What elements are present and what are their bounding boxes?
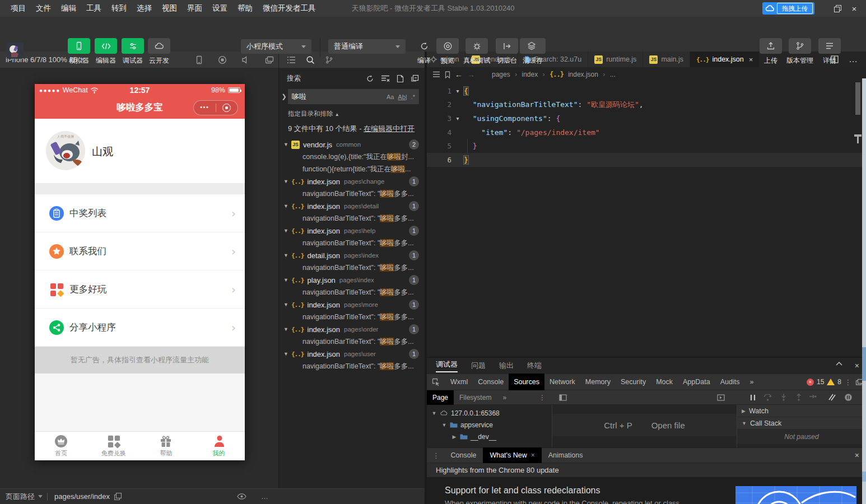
tab-free-exchange[interactable]: 免费兑换 [87, 432, 140, 460]
breadcrumb-item[interactable]: index [522, 71, 538, 78]
clear-cache-button[interactable]: 清缓存 [519, 38, 547, 66]
tab-terminal[interactable]: 终端 [527, 361, 542, 371]
tab-security[interactable]: Security [616, 374, 651, 390]
tab-runtime-js[interactable]: JSruntime.js [588, 52, 643, 67]
step-into-icon[interactable] [780, 394, 787, 401]
watch-section[interactable]: ▶Watch [737, 405, 866, 417]
more-tabs-icon[interactable]: » [744, 374, 758, 390]
tab-sources[interactable]: Sources [509, 374, 544, 390]
search-match[interactable]: function(){return{title:"我正在哆啦... [279, 163, 425, 175]
open-in-editor-link[interactable]: 在编辑器中打开 [364, 124, 415, 133]
search-match[interactable]: navigationBarTitleText": "哆啦多多... [279, 360, 425, 372]
detail-button[interactable]: 详情 [817, 38, 842, 66]
tree-item-appservice[interactable]: ▼ appservice [427, 419, 552, 431]
tab-help[interactable]: 帮助 [140, 432, 193, 460]
expand-replace-icon[interactable]: ❯ [280, 93, 288, 100]
search-match[interactable]: navigationBarTitleText": "哆啦多多... [279, 286, 425, 298]
tab-appdata[interactable]: AppData [678, 374, 715, 390]
search-result-file[interactable]: ▼{..} detail.jsonpages\index 1 [279, 249, 425, 262]
tab-whats-new[interactable]: What's New× [483, 447, 541, 463]
search-match[interactable]: navigationBarTitleText": "哆啦多多... [279, 335, 425, 348]
compile-mode-select[interactable]: 普通编译 [328, 39, 406, 54]
copy-icon[interactable] [114, 493, 122, 500]
editor-scrollbar[interactable] [855, 82, 860, 115]
article-title[interactable]: Support for let and class redeclarations [445, 486, 600, 496]
search-match[interactable]: navigationBarTitleText": "哆啦多多... [279, 188, 425, 200]
menu-help[interactable]: 帮助 [232, 3, 258, 13]
menu-file[interactable]: 文件 [31, 3, 56, 13]
refresh-icon[interactable] [366, 74, 374, 83]
breadcrumb-item[interactable]: ... [610, 71, 616, 78]
whole-word-toggle[interactable]: Ab| [398, 94, 407, 100]
tab-home[interactable]: 首页 [35, 432, 87, 460]
eye-icon[interactable] [237, 493, 246, 500]
tab-mock[interactable]: Mock [651, 374, 678, 390]
regex-toggle[interactable]: .* [411, 94, 415, 100]
callstack-section[interactable]: ▼Call Stack [737, 417, 866, 430]
menu-item-contact-us[interactable]: 联系我们 › [35, 232, 245, 270]
tab-output[interactable]: 输出 [499, 361, 514, 371]
show-sidebar-icon[interactable] [717, 394, 725, 401]
toolbar-simulator-button[interactable]: 模拟器 [66, 38, 92, 66]
collapse-all-icon[interactable] [411, 74, 419, 82]
tab-debugger[interactable]: 调试器 [436, 360, 458, 372]
search-result-file[interactable]: ▼{..} index.jsonpages\order 1 [279, 323, 425, 335]
nav-forward-icon[interactable]: → [467, 70, 475, 79]
close-tab-icon[interactable]: × [531, 451, 535, 459]
menu-view[interactable]: 视图 [157, 3, 182, 13]
device-frame-icon[interactable] [195, 55, 203, 64]
dir-filter-toggle[interactable]: 指定目录和排除 ▲ [279, 106, 425, 119]
outline-icon[interactable] [432, 71, 440, 78]
warning-count[interactable]: 8 [837, 378, 841, 386]
drawer-menu-icon[interactable]: ⋮ [427, 451, 444, 460]
version-control-button[interactable]: 版本管理 [784, 38, 816, 66]
search-input[interactable]: 哆啦 Aa Ab| .* [288, 89, 419, 104]
search-result-file[interactable]: ▼{..} index.jsonpages\detail 1 [279, 200, 425, 212]
breadcrumb-item[interactable]: index.json [568, 71, 598, 78]
close-panel-icon[interactable]: × [855, 361, 859, 370]
menu-item-prize-list[interactable]: 中奖列表 › [35, 194, 245, 232]
search-match[interactable]: navigationBarTitleText": "哆啦多多... [279, 311, 425, 323]
toolbar-inspector-button[interactable]: 调试器 [120, 38, 146, 66]
more-nav-tabs-icon[interactable]: » [497, 390, 512, 405]
search-match[interactable]: navigationBarTitleText": "哆啦多多... [279, 237, 425, 249]
menu-interface[interactable]: 界面 [182, 3, 207, 13]
bookmark-icon[interactable] [445, 71, 450, 78]
avatar[interactable]: 人间不值得 [46, 131, 85, 170]
tab-problems[interactable]: 问题 [471, 361, 486, 371]
upload-button[interactable]: 上传 [758, 38, 784, 66]
menu-tools[interactable]: 工具 [81, 3, 106, 13]
open-file-hint[interactable]: Open file [651, 421, 685, 430]
match-case-toggle[interactable]: Aa [387, 94, 394, 100]
hide-navigator-icon[interactable] [559, 394, 567, 401]
close-drawer-icon[interactable]: × [855, 451, 859, 460]
background-switch-button[interactable]: 切后台 [494, 38, 520, 66]
more-options-icon[interactable]: … [261, 492, 269, 501]
menu-item-share[interactable]: 分享小程序 › [35, 309, 245, 347]
maximize-button[interactable] [832, 3, 842, 13]
mode-select[interactable]: 小程序模式 [241, 39, 311, 54]
tab-wxml[interactable]: Wxml [445, 374, 473, 390]
step-icon[interactable] [809, 394, 817, 401]
record-icon[interactable] [218, 55, 227, 64]
menu-select[interactable]: 选择 [132, 3, 157, 13]
multi-window-icon[interactable] [265, 56, 274, 64]
search-result-file[interactable]: ▼{..} index.jsonpages\more 1 [279, 298, 425, 311]
search-match[interactable]: navigationBarTitleText": "哆啦多多... [279, 262, 425, 274]
step-over-icon[interactable] [763, 394, 772, 401]
tab-drawer-console[interactable]: Console [444, 447, 483, 463]
menu-goto[interactable]: 转到 [106, 3, 132, 13]
search-result-file[interactable]: ▼{..} index.jsonpages\help 1 [279, 225, 425, 237]
fold-icon[interactable]: ▾ [451, 115, 464, 122]
drag-upload-button[interactable]: 拖拽上传 [762, 2, 814, 15]
sound-icon[interactable] [241, 56, 250, 64]
more-actions-icon[interactable]: … [849, 54, 858, 64]
tab-memory[interactable]: Memory [580, 374, 616, 390]
more-menu-button[interactable]: ••• [194, 104, 216, 113]
menu-devtools[interactable]: 微信开发者工具 [258, 3, 321, 13]
close-button[interactable]: × [849, 3, 859, 13]
tab-filesystem[interactable]: Filesystem [454, 390, 497, 405]
toolbar-editor-button[interactable]: 编辑器 [93, 38, 119, 66]
tab-index-json[interactable]: {..}index.json× [690, 52, 760, 67]
page-path-label[interactable]: 页面路径 [0, 492, 35, 502]
